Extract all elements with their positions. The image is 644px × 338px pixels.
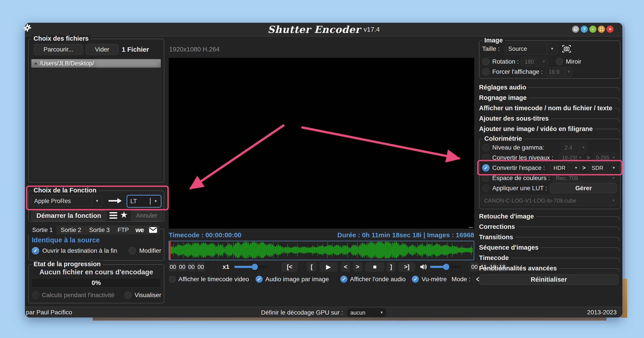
section-sequence[interactable]: Séquence d'images <box>479 244 620 254</box>
show-timecode-label: Afficher le timecode video <box>178 276 249 283</box>
rotation-select[interactable]: 180 ▼ <box>522 57 548 67</box>
open-destination-checkbox[interactable]: ✓ <box>32 247 39 254</box>
video-resize-handle[interactable] <box>469 227 473 228</box>
tab-sortie-2[interactable]: Sortie 2 <box>57 226 85 234</box>
space-from-select[interactable]: HDR ▼ <box>550 163 580 173</box>
play-button[interactable]: ▶ <box>319 262 338 272</box>
timecode-readout: Timecode : 00:00:00:00 <box>169 231 242 239</box>
force-display-checkbox[interactable] <box>482 68 490 76</box>
app-version: v17.4 <box>364 26 380 33</box>
file-count: 1 Fichier <box>122 46 149 53</box>
file-list-item[interactable]: ● /Users/JLB/Desktop/ <box>31 59 161 68</box>
file-bullet-icon: ● <box>34 61 37 66</box>
convert-space-checkbox[interactable]: ✓ <box>482 164 490 172</box>
gamma-select[interactable]: 2.4 ▼ <box>561 143 587 152</box>
titlebar[interactable]: Shutter Encoder v17.4 ? − × <box>25 23 622 37</box>
section-timecode[interactable]: Timecode <box>479 254 620 264</box>
chevron-down-icon: ▼ <box>573 163 580 173</box>
rotation-checkbox[interactable] <box>482 58 490 65</box>
colorimetry-group-title: Colorimétrie <box>482 135 524 142</box>
main-content: Choix des fichiers Parcourir... Vider 1 … <box>25 36 622 307</box>
show-timecode-checkbox[interactable] <box>169 276 176 283</box>
video-preview[interactable] <box>169 58 474 229</box>
apply-lut-checkbox[interactable] <box>482 185 490 192</box>
email-icon[interactable] <box>146 226 160 234</box>
section-sous-titres[interactable]: Ajouter des sous-titres <box>479 115 620 125</box>
space-to-select[interactable]: SDR ▼ <box>588 163 617 173</box>
volume-slider[interactable] <box>430 266 461 268</box>
section-transitions[interactable]: Transitions <box>479 234 620 244</box>
app-window: Shutter Encoder v17.4 ? − × Choix des fi… <box>25 23 622 317</box>
settings-panel: Image Taille : Source ▼ <box>479 36 621 307</box>
gpu-decode-select[interactable]: aucun ▼ <box>347 308 386 317</box>
section-retouche[interactable]: Retouche d'image <box>479 213 620 223</box>
vu-meter-checkbox[interactable]: ✓ <box>412 276 419 283</box>
audio-waveform[interactable] <box>169 241 474 260</box>
mark-out-button[interactable]: ] <box>386 262 396 272</box>
modify-radio[interactable] <box>128 247 136 254</box>
colorspace-label: Espace de couleurs : <box>492 175 550 182</box>
clear-button[interactable]: Vider <box>86 44 119 55</box>
levels-from-select[interactable]: 16-235 ▼ <box>559 153 584 162</box>
playhead[interactable] <box>169 241 171 260</box>
colorspace-select[interactable]: Rec. 709 ▼ <box>553 173 618 183</box>
force-display-select[interactable]: 16:9 ▼ <box>546 67 573 77</box>
audio-frame-label: Audio image par image <box>265 276 329 283</box>
window-copy-button[interactable] <box>572 26 579 33</box>
favorite-star-icon[interactable]: ★ <box>120 210 128 219</box>
start-function-button[interactable]: Démarrer la fonction <box>31 210 106 221</box>
file-list[interactable]: ● /Users/JLB/Desktop/ <box>31 59 162 180</box>
player-panel: 1920x1080 H.264 Timecode : 00:00:00:00 D… <box>169 36 474 307</box>
section-corrections[interactable]: Corrections <box>479 223 620 233</box>
gamma-checkbox[interactable] <box>482 144 490 151</box>
idle-calc-checkbox[interactable] <box>32 291 39 299</box>
go-end-button[interactable]: >] <box>398 262 415 272</box>
destination-title: Identique à la source <box>32 236 100 244</box>
step-back-button[interactable]: < <box>341 262 350 272</box>
browse-button[interactable]: Parcourir... <box>34 44 83 55</box>
tab-ftp[interactable]: FTP <box>114 226 133 234</box>
tab-sortie-3[interactable]: Sortie 3 <box>85 226 114 234</box>
close-button[interactable]: × <box>606 26 614 33</box>
manage-lut-button[interactable]: Gérer <box>550 183 617 193</box>
stop-button[interactable]: ■ <box>365 262 384 272</box>
wetransfer-icon[interactable]: we <box>133 226 146 234</box>
tab-sortie-1[interactable]: Sortie 1 <box>28 226 57 234</box>
size-select[interactable]: Source ▼ <box>505 43 557 55</box>
function-select[interactable]: Apple ProRes ▼ <box>31 195 102 207</box>
go-start-button[interactable]: [< <box>282 262 298 272</box>
file-path-redacted <box>95 61 158 66</box>
section-timecode-texte[interactable]: Afficher un timecode / nom du fichier / … <box>479 104 620 115</box>
fullscreen-button[interactable] <box>598 26 605 33</box>
mirror-checkbox[interactable] <box>556 58 563 65</box>
queue-menu-icon[interactable] <box>110 212 117 219</box>
step-forward-button[interactable]: > <box>353 262 362 272</box>
colorspace-checkbox[interactable] <box>482 174 490 182</box>
speaker-icon[interactable] <box>420 264 428 270</box>
section-filigrane[interactable]: Ajouter une image / vidéo en filigrane <box>479 125 620 135</box>
show-wave-checkbox[interactable]: ✓ <box>340 276 347 283</box>
function-group: Choix de la Fonction Apple ProRes ▼ LT ▼… <box>28 191 164 222</box>
mark-in-button[interactable]: [ <box>307 262 316 272</box>
section-avancees[interactable]: Fonctionnalités avancées <box>479 265 620 275</box>
reset-button[interactable]: Réinitialiser <box>479 274 619 285</box>
lut-file-select[interactable]: CANON-C-LOG-V1-LOG-to-709.cube ▼ <box>481 195 618 206</box>
left-panel: Choix des fichiers Parcourir... Vider 1 … <box>28 36 164 307</box>
audio-frame-checkbox[interactable]: ✓ <box>256 276 263 283</box>
chevron-down-icon: ▼ <box>610 153 617 162</box>
speed-slider[interactable] <box>234 266 267 268</box>
help-button[interactable]: ? <box>581 26 588 33</box>
gamma-label: Niveau de gamma: <box>492 144 544 151</box>
mode-select[interactable]: Couper ▼ <box>473 274 474 284</box>
preset-combo[interactable]: LT ▼ <box>126 195 162 208</box>
convert-levels-checkbox[interactable] <box>482 154 490 161</box>
minimize-button[interactable]: − <box>589 26 596 33</box>
section-rognage-image[interactable]: Rognage image <box>479 94 620 104</box>
cancel-button[interactable]: Annuler <box>131 210 162 221</box>
mode-label: Mode : <box>452 276 471 283</box>
levels-to-select[interactable]: 0-255 ▼ <box>592 153 617 162</box>
show-wave-label: Afficher l'onde audio <box>350 276 406 283</box>
section-reglages-audio[interactable]: Réglages audio <box>479 84 620 94</box>
visualize-radio[interactable] <box>124 291 132 299</box>
capture-frame-icon[interactable] <box>562 45 571 53</box>
